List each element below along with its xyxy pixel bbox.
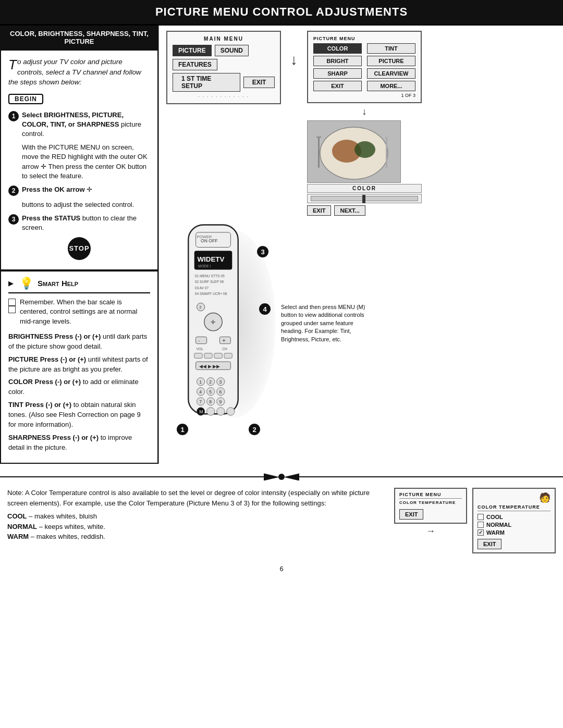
step-1-bold: Select BRIGHTNESS, PICTURE, COLOR, TINT,… — [22, 111, 124, 128]
picture-menu-col: PICTURE MENU COLOR TINT BRIGHT PICTURE S… — [307, 31, 422, 216]
picture-menu-buttons: COLOR TINT BRIGHT PICTURE SHARP CLEARVIE… — [313, 43, 415, 91]
bowtie-left — [264, 473, 279, 480]
svg-rect-30 — [204, 353, 212, 359]
normal-label: NORMAL — [7, 523, 37, 530]
warm-checkbox[interactable]: ✓ — [478, 529, 484, 536]
svg-rect-32 — [224, 353, 232, 359]
main-menu-dots: · · · · · · · · · · · · — [173, 94, 275, 99]
food-svg — [308, 121, 400, 182]
svg-text:MODE I: MODE I — [198, 264, 211, 268]
exit-next-row: EXIT NEXT... — [307, 205, 422, 216]
step-2: 2 Press the OK arrow ✛ — [8, 185, 150, 196]
pm-btn-picture[interactable]: PICTURE — [367, 56, 415, 66]
smart-help-title: ▶ 💡 Smart Help — [8, 277, 150, 293]
pm-btn-tint[interactable]: TINT — [367, 43, 415, 54]
next-btn-color[interactable]: NEXT... — [334, 205, 365, 216]
page-number: 6 — [0, 561, 563, 575]
menu-btn-features[interactable]: FEATURES — [173, 59, 217, 70]
down-arrow-icon: ↓ — [290, 52, 298, 68]
bottom-text: Note: A Color Temperature control is als… — [7, 488, 386, 542]
svg-rect-5 — [318, 137, 320, 168]
svg-text:6: 6 — [219, 389, 222, 394]
remote-area: 3 ON OFF POWER WIDETV MODE I 01 MENU STT… — [166, 220, 260, 440]
svg-point-55 — [207, 408, 215, 415]
step-1-content: Select BRIGHTNESS, PICTURE, COLOR, TINT,… — [22, 110, 150, 139]
pm-btn-sharp[interactable]: SHARP — [313, 68, 362, 79]
pm-btn-more[interactable]: MORE... — [367, 81, 415, 91]
picture-menu-screen: PICTURE MENU COLOR TINT BRIGHT PICTURE S… — [307, 31, 422, 103]
begin-badge-container: BEGIN — [8, 92, 150, 106]
ct-warm-row: ✓ WARM — [478, 529, 550, 536]
tint-desc: TINT Press (-) or (+) to obtain natural … — [8, 400, 150, 430]
menu-btn-exit[interactable]: EXIT — [243, 77, 275, 88]
step-1-number: 1 — [8, 111, 19, 121]
exit-btn-color[interactable]: EXIT — [307, 205, 331, 216]
ct-exit-btn2[interactable]: EXIT — [478, 539, 501, 549]
ct-exit-btn[interactable]: EXIT — [399, 509, 423, 520]
badge-3-right: 4 — [259, 303, 271, 315]
pm-btn-color[interactable]: COLOR — [313, 43, 362, 54]
svg-text:2: 2 — [209, 379, 212, 385]
smart-help-box: ▶ 💡 Smart Help Remember. When the bar sc… — [0, 270, 158, 464]
pm-btn-exit[interactable]: EXIT — [313, 81, 362, 91]
svg-text:02 SURF  SLEP  06: 02 SURF SLEP 06 — [195, 280, 224, 283]
step-1: 1 Select BRIGHTNESS, PICTURE, COLOR, TIN… — [8, 110, 150, 139]
arrow-icon: ▶ — [8, 280, 13, 287]
normal-option: NORMAL — [486, 522, 511, 528]
svg-text:7: 7 — [199, 399, 202, 404]
color-slider-display — [307, 194, 422, 203]
step-3-bold: Press the STATUS — [22, 214, 80, 222]
smart-help-desc: Remember. When the bar scale is centered… — [20, 298, 150, 327]
cool-option: COOL — [486, 514, 503, 520]
badge-1-bottom: 1 — [177, 424, 188, 435]
svg-rect-23 — [196, 337, 207, 343]
picture-desc: PICTURE Press (-) or (+) until whitest p… — [8, 355, 150, 375]
step-3: 3 Press the STATUS button to clear the s… — [8, 214, 150, 232]
menu-btn-1sttime[interactable]: 1 ST TIME SETUP — [173, 73, 240, 92]
lightbulb-icon: 💡 — [19, 277, 33, 290]
svg-rect-29 — [194, 353, 202, 359]
remote-svg: ON OFF POWER WIDETV MODE I 01 MENU STTS … — [166, 220, 260, 439]
ct-label1: PICTURE MENU — [399, 492, 462, 499]
bowtie-right — [284, 473, 299, 480]
page-title: PICTURE MENU CONTROL ADJUSTMENTS — [155, 5, 408, 18]
bottom-screen2: 🧑 COLOR TEMPERATURE COOL NORMAL ✓ WARM E… — [472, 488, 556, 553]
svg-point-56 — [217, 408, 225, 415]
step-3-number: 3 — [8, 214, 19, 225]
arrow-to-screen2: → — [426, 526, 435, 537]
section-header: COLOR, BRIGHTNESS, SHARPNESS, TINT, PICT… — [0, 26, 158, 50]
pm-btn-clearview[interactable]: CLEARVIEW — [367, 68, 415, 79]
pm-btn-bright[interactable]: BRIGHT — [313, 56, 362, 66]
warm-line: WARM – makes whites, reddish. — [7, 532, 386, 542]
brightness-label: BRIGHTNESS — [8, 332, 53, 340]
step-2-content: Press the OK arrow ✛ — [22, 185, 92, 194]
smart-help-label: Smart Help — [38, 279, 78, 288]
cool-line: COOL – makes whites, bluish — [7, 511, 386, 522]
step-1-extra: With the PICTURE MENU on screen, move th… — [22, 143, 150, 181]
svg-text:9: 9 — [219, 399, 222, 404]
page-title-bar: PICTURE MENU CONTROL ADJUSTMENTS — [0, 0, 563, 26]
menu-btn-sound[interactable]: SOUND — [215, 45, 249, 56]
menu-btn-picture[interactable]: PICTURE — [173, 45, 212, 56]
person-icon: 🧑 — [539, 492, 550, 503]
normal-checkbox[interactable] — [478, 522, 484, 528]
svg-text:5: 5 — [209, 389, 212, 394]
picture-menu-label: PICTURE MENU — [313, 36, 415, 41]
svg-text:✛: ✛ — [211, 319, 215, 325]
svg-text:CH: CH — [222, 347, 227, 351]
divider — [0, 473, 563, 480]
main-menu-label: MAIN MENU — [173, 36, 275, 42]
bottom-intro: Note: A Color Temperature control is als… — [7, 488, 386, 508]
picture-label: PICTURE — [8, 355, 38, 363]
svg-text:3: 3 — [219, 379, 222, 385]
ct-label2: COLOR TEMPERATURE — [478, 504, 550, 511]
cool-checkbox[interactable] — [478, 514, 484, 520]
svg-text:POWER: POWER — [197, 235, 212, 239]
svg-rect-7 — [386, 137, 387, 168]
badge-2-bottom: 2 — [249, 424, 260, 435]
step-3-content: Press the STATUS button to clear the scr… — [22, 214, 150, 232]
drop-cap: T — [8, 58, 17, 71]
smart-help-text: Remember. When the bar scale is centered… — [8, 298, 150, 327]
stop-badge-container: STOP — [8, 237, 150, 260]
ct-cool-row: COOL — [478, 514, 550, 520]
